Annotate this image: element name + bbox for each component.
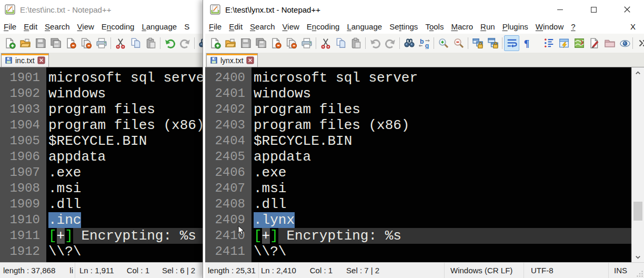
line-number: 2405	[205, 149, 245, 165]
status-encoding[interactable]: UTF-8	[524, 263, 608, 278]
code-line: .inc	[48, 212, 203, 228]
close-file-icon[interactable]	[63, 35, 78, 51]
close-all-icon[interactable]	[284, 35, 299, 51]
close-button[interactable]	[610, 0, 644, 19]
close-all-icon[interactable]	[78, 35, 94, 51]
menu-bar: FileEditSearchViewEncodingLanguageS	[0, 19, 203, 34]
overflow-chevrons-icon[interactable]	[635, 35, 644, 51]
close-file-icon[interactable]	[268, 35, 284, 51]
function-list-icon[interactable]	[556, 35, 571, 51]
paste-icon[interactable]	[143, 35, 158, 51]
close-icon[interactable]	[246, 56, 254, 64]
menu-window[interactable]: Window	[532, 22, 567, 31]
menu-s[interactable]: S	[180, 22, 193, 31]
new-file-icon[interactable]	[2, 35, 17, 51]
open-folder-icon[interactable]	[17, 35, 33, 51]
save-all-icon[interactable]	[48, 35, 63, 51]
redo-icon[interactable]	[383, 35, 398, 51]
sync-vertical-icon[interactable]	[470, 35, 485, 51]
document-map-icon[interactable]	[571, 35, 587, 51]
status-eol[interactable]: Windows (CR LF)	[445, 263, 524, 278]
preview-eye-icon[interactable]	[617, 35, 632, 51]
menu-encoding[interactable]: Encoding	[98, 22, 138, 31]
find-icon[interactable]	[401, 35, 417, 51]
status-length: length : 25,31	[208, 266, 256, 275]
paste-icon[interactable]	[348, 35, 364, 51]
menu-edit[interactable]: Edit	[20, 22, 41, 31]
menu-tools[interactable]: Tools	[421, 22, 447, 31]
code-line: $RECYCLE.BIN	[48, 133, 203, 149]
tab-lynx-txt[interactable]: lynx.txt	[206, 53, 258, 67]
menu-language[interactable]: Language	[138, 22, 180, 31]
scrollbar-thumb[interactable]	[633, 202, 642, 221]
menu-encoding[interactable]: Encoding	[303, 22, 344, 31]
macro-record-icon[interactable]	[587, 35, 602, 51]
copy-icon[interactable]	[333, 35, 348, 51]
menu-search[interactable]: Search	[41, 22, 74, 31]
code-line: program files	[48, 102, 203, 117]
editor-lynx[interactable]: 2400240124022403240424052406240724082409…	[205, 67, 644, 262]
menu-edit[interactable]: Edit	[225, 22, 246, 31]
cut-icon[interactable]	[113, 35, 128, 51]
zoom-in-icon[interactable]	[436, 35, 451, 51]
save-all-icon[interactable]	[253, 35, 268, 51]
print-icon[interactable]	[299, 35, 314, 51]
print-icon[interactable]	[94, 35, 109, 51]
show-all-chars-icon[interactable]: ¶	[519, 35, 535, 51]
sync-horizontal-icon[interactable]	[485, 35, 500, 51]
menubar-close-document-button[interactable]: X	[630, 22, 644, 31]
line-number: 2403	[205, 117, 245, 133]
scroll-down-icon[interactable]	[632, 252, 644, 262]
menu-run[interactable]: Run	[477, 22, 499, 31]
menu-language[interactable]: Language	[343, 22, 386, 31]
title-bar[interactable]: E:\test\lynx.txt - Notepad++	[205, 0, 644, 19]
menu-view[interactable]: View	[74, 22, 98, 31]
code-line: .dll	[254, 196, 631, 212]
notepadpp-logo-icon	[5, 4, 15, 15]
menu-settings[interactable]: Settings	[386, 22, 421, 31]
open-folder-icon[interactable]	[223, 35, 238, 51]
folder-workspace-icon[interactable]	[602, 35, 617, 51]
cut-icon[interactable]	[318, 35, 333, 51]
close-icon[interactable]	[37, 56, 45, 64]
undo-icon[interactable]	[162, 35, 177, 51]
save-icon[interactable]	[33, 35, 48, 51]
replace-icon[interactable]: bg	[417, 35, 432, 51]
scroll-up-icon[interactable]	[632, 67, 644, 78]
vertical-scrollbar[interactable]	[631, 67, 644, 262]
resize-grip[interactable]	[633, 263, 644, 278]
redo-icon[interactable]	[177, 35, 193, 51]
save-icon[interactable]	[238, 35, 253, 51]
status-bar: length : 25,31 Ln : 2,410 Col : 1 Sel : …	[205, 262, 644, 278]
desktop: E:\test\inc.txt - Notepad++ FileEditSear…	[0, 0, 644, 278]
tab-label: inc.txt	[15, 56, 35, 65]
menu-file[interactable]: File	[0, 22, 20, 31]
undo-icon[interactable]	[367, 35, 383, 51]
toolbar-separator	[502, 37, 502, 49]
tab-inc-txt[interactable]: inc.txt	[1, 53, 49, 67]
copy-icon[interactable]	[128, 35, 143, 51]
menu-file[interactable]: File	[205, 22, 225, 31]
maximize-button[interactable]	[577, 0, 610, 19]
editor-inc[interactable]: 1901190219031904190519061907190819091910…	[0, 67, 203, 262]
indent-guide-icon[interactable]	[541, 35, 556, 51]
line-number: 1912	[0, 244, 40, 260]
menu-search[interactable]: Search	[246, 22, 279, 31]
menu-macro[interactable]: Macro	[447, 22, 477, 31]
title-bar[interactable]: E:\test\inc.txt - Notepad++	[0, 0, 203, 19]
new-file-icon[interactable]	[207, 35, 223, 51]
toolbar-separator	[365, 37, 366, 49]
minimize-button[interactable]	[543, 0, 577, 19]
word-wrap-icon[interactable]	[504, 35, 519, 51]
code-line: .msi	[48, 181, 203, 196]
svg-text:g: g	[425, 42, 429, 49]
status-position-section: Ln : 2,410 Col : 1 Sel : 7 | 2	[259, 263, 444, 278]
toolbar-separator	[468, 37, 468, 49]
zoom-out-icon[interactable]	[451, 35, 466, 51]
menu-help[interactable]: ?	[567, 22, 579, 31]
line-number: 2400	[205, 70, 245, 86]
menu-view[interactable]: View	[279, 22, 303, 31]
tab-bar: inc.txt	[0, 53, 203, 67]
status-insert-mode[interactable]: INS	[609, 263, 633, 278]
menu-plugins[interactable]: Plugins	[499, 22, 532, 31]
